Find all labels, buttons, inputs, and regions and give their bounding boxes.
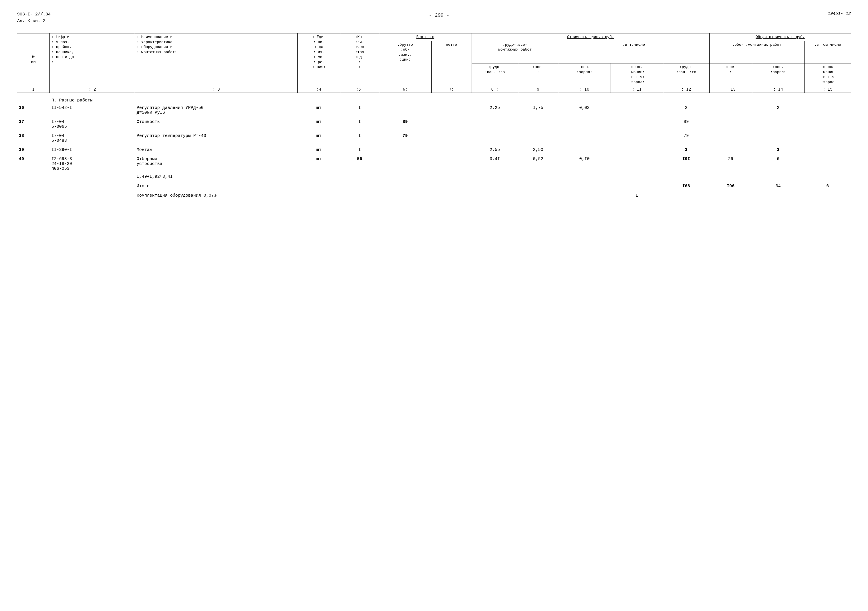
- table-header: №пп : Шифр и: № поз.: прейск.: ценника,:…: [17, 33, 851, 86]
- itogo-tot-osn: 34: [752, 181, 804, 191]
- colnum-5: :5:: [340, 86, 379, 93]
- column-number-row: I : 2 : 3 :4 :5: 6: 7: 8 : 9 : I0 : II :…: [17, 86, 851, 93]
- komplekt-unit: [298, 191, 340, 200]
- row-37-exp: [611, 116, 663, 130]
- row-40-num: 40: [17, 153, 50, 172]
- table-row: 38 I7-045-0483 Регулятор температуры РТ-…: [17, 130, 851, 144]
- itogo-exp: [611, 181, 663, 191]
- table-body: I : 2 : 3 :4 :5: 6: 7: 8 : 9 : I0 : II :…: [17, 86, 851, 200]
- row-37-brutto: 89: [379, 116, 431, 130]
- header-row-1: №пп : Шифр и: № поз.: прейск.: ценника,:…: [17, 33, 851, 41]
- doc-id: 19451- 12: [828, 11, 851, 16]
- row-38-unit: шт: [298, 130, 340, 144]
- row-40-exp: [611, 153, 663, 172]
- colnum-12: : I2: [663, 86, 709, 93]
- komplekt-tot-rudo: [663, 191, 709, 200]
- itogo-brutto: [379, 181, 431, 191]
- komplekt-empty2: [50, 191, 135, 200]
- colnum-11: : II: [611, 86, 663, 93]
- row-36-tot-osn: 2: [752, 105, 804, 116]
- row-39-name: Монтаж: [135, 144, 298, 153]
- col-header-osn-tot: :осн.:зарпл:: [752, 63, 804, 86]
- row-36-osn: 0,02: [558, 105, 611, 116]
- row-37-num: 37: [17, 116, 50, 130]
- row-36-tot-exp: [804, 105, 851, 116]
- col-header-expl-tot: :экспл:машин:в т.ч:зарпл: [804, 63, 851, 86]
- row-39-code: II-390-I: [50, 144, 135, 153]
- row-37-unit: шт: [298, 116, 340, 130]
- komplekt-empty1: [17, 191, 50, 200]
- colnum-8: 8 :: [471, 86, 518, 93]
- col-header-cost-total-group: Общая стоимость в руб.: [709, 33, 851, 41]
- row-36-tot-vse: [709, 105, 752, 116]
- row-39-tot-exp: [804, 144, 851, 153]
- itogo-tot-exp: 6: [804, 181, 851, 191]
- row-39-brutto: [379, 144, 431, 153]
- row-40-tot-exp: [804, 153, 851, 172]
- colnum-14: : I4: [752, 86, 804, 93]
- col-header-vtch-group: :в т.числе: [558, 41, 709, 63]
- section-title-label: П. Разные работы: [51, 98, 93, 103]
- komplekt-tot-exp: [804, 191, 851, 200]
- row-37-code: I7-045-0065: [50, 116, 135, 130]
- row-38-netto: [431, 130, 471, 144]
- row-37-osn: [558, 116, 611, 130]
- row-38-code: I7-045-0483: [50, 130, 135, 144]
- row-39-tot-osn: 3: [752, 144, 804, 153]
- doc-ref: Ал. X кн. 2: [17, 18, 51, 25]
- komplekt-netto: [431, 191, 471, 200]
- col-header-name: : Наименование и: характеристика: оборуд…: [135, 33, 298, 86]
- komplekt-brutto: [379, 191, 431, 200]
- colnum-6: 6:: [379, 86, 431, 93]
- row-38-rudo: [471, 130, 518, 144]
- col-header-expl: :экспл:машин::в т.ч::зарпл:: [611, 63, 663, 86]
- formula-text: I,49+I,92≈3,4I: [135, 172, 298, 181]
- row-37-tot-vse: [709, 116, 752, 130]
- row-36-tot-rudo: 2: [663, 105, 709, 116]
- row-40-osn: 0,I0: [558, 153, 611, 172]
- row-36-rudo: 2,25: [471, 105, 518, 116]
- itogo-qty: [340, 181, 379, 191]
- itogo-empty1: [17, 181, 50, 191]
- colnum-15: : I5: [804, 86, 851, 93]
- komplekt-qty: [340, 191, 379, 200]
- row-39-qty: I: [340, 144, 379, 153]
- formula-row: I,49+I,92≈3,4I: [17, 172, 851, 181]
- row-38-name: Регулятор температуры РТ-40: [135, 130, 298, 144]
- komplekt-vse: [518, 191, 558, 200]
- row-37-netto: [431, 116, 471, 130]
- row-37-tot-exp: [804, 116, 851, 130]
- col-header-weight-group: Вес в тн: [379, 33, 471, 41]
- col-header-netto: нетто: [431, 41, 471, 63]
- formula-rest: [298, 172, 851, 181]
- row-36-exp: [611, 105, 663, 116]
- row-40-tot-rudo: I9I: [663, 153, 709, 172]
- colnum-4: :4: [298, 86, 340, 93]
- header-left: 903-I- 2//.84 Ал. X кн. 2: [17, 11, 51, 24]
- row-40-netto: [431, 153, 471, 172]
- row-39-rudo: 2,55: [471, 144, 518, 153]
- table-row: 39 II-390-I Монтаж шт I 2,55 2,50 3 3: [17, 144, 851, 153]
- row-39-vse: 2,50: [518, 144, 558, 153]
- row-38-brutto: 79: [379, 130, 431, 144]
- row-36-code: II-542-I: [50, 105, 135, 116]
- col-header-vse: :все-:: [518, 63, 558, 86]
- row-40-brutto: [379, 153, 431, 172]
- doc-number: 903-I- 2//.84: [17, 11, 51, 18]
- row-36-brutto: [379, 105, 431, 116]
- row-37-vse: [518, 116, 558, 130]
- col-header-osn: :осн.:зарпл:: [558, 63, 611, 86]
- row-37-rudo: [471, 116, 518, 130]
- itogo-tot-rudo: I68: [663, 181, 709, 191]
- colnum-10: : I0: [558, 86, 611, 93]
- row-40-unit: шт: [298, 153, 340, 172]
- itogo-tot-vse: I96: [709, 181, 752, 191]
- row-39-num: 39: [17, 144, 50, 153]
- row-38-osn: [558, 130, 611, 144]
- komplekt-osn: [558, 191, 611, 200]
- row-36-vse: I,75: [518, 105, 558, 116]
- row-36-num: 36: [17, 105, 50, 116]
- col-header-rudo-tot: :рудо-:ван. :го: [663, 63, 709, 86]
- row-37-qty: I: [340, 116, 379, 130]
- row-38-tot-exp: [804, 130, 851, 144]
